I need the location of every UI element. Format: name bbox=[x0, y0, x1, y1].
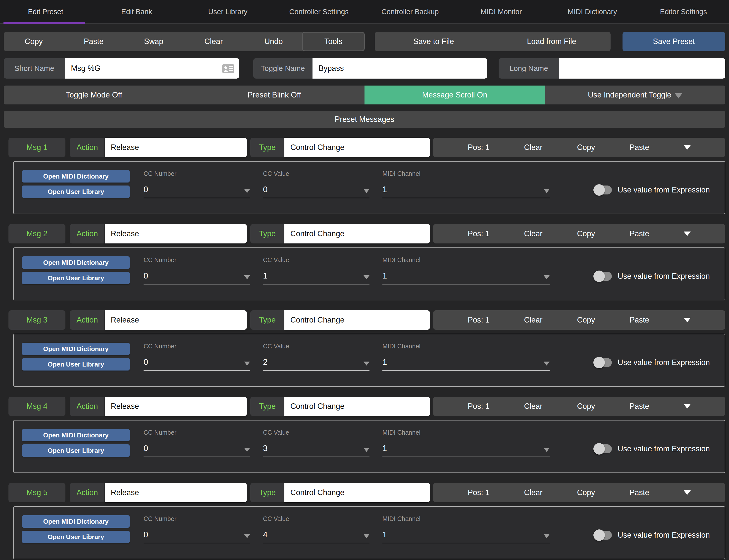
tools-button[interactable]: Tools bbox=[302, 32, 365, 51]
library-buttons-column: Open MIDI Dictionary Open User Library bbox=[22, 429, 130, 472]
message-copy-button[interactable]: Copy bbox=[577, 229, 595, 238]
open-midi-dictionary-button[interactable]: Open MIDI Dictionary bbox=[22, 170, 130, 183]
edit-toolbar-button[interactable]: Paste bbox=[64, 32, 124, 51]
mode-segment-button[interactable]: Toggle Mode Off bbox=[4, 86, 184, 104]
message-paste-button[interactable]: Paste bbox=[630, 402, 649, 411]
open-user-library-button[interactable]: Open User Library bbox=[22, 272, 130, 284]
mode-segment-button[interactable]: Preset Blink Off bbox=[184, 86, 364, 104]
expression-toggle-switch[interactable] bbox=[594, 186, 612, 194]
chevron-down-icon[interactable] bbox=[684, 490, 691, 495]
chevron-down-icon[interactable] bbox=[684, 145, 691, 150]
mode-segment-label: Message Scroll On bbox=[422, 91, 488, 99]
nav-tab[interactable]: Controller Backup bbox=[364, 0, 456, 23]
cc-value-select[interactable]: 2 bbox=[263, 357, 370, 371]
short-name-wrap bbox=[65, 58, 239, 79]
long-name-input[interactable] bbox=[559, 58, 725, 79]
dropdown-caret-icon bbox=[363, 534, 370, 538]
cc-number-select[interactable]: 0 bbox=[143, 271, 250, 284]
message-clear-button[interactable]: Clear bbox=[524, 316, 542, 325]
nav-tab[interactable]: Controller Settings bbox=[273, 0, 364, 23]
cc-number-select[interactable]: 0 bbox=[143, 357, 250, 371]
expression-toggle-switch[interactable] bbox=[594, 358, 612, 367]
open-user-library-button[interactable]: Open User Library bbox=[22, 444, 130, 457]
message-number-button[interactable]: Msg 2 bbox=[8, 224, 65, 243]
cc-value-select[interactable]: 4 bbox=[263, 530, 370, 543]
chevron-down-icon[interactable] bbox=[684, 404, 691, 409]
nav-tab[interactable]: User Library bbox=[182, 0, 273, 23]
action-input[interactable] bbox=[105, 397, 247, 416]
message-number-button[interactable]: Msg 4 bbox=[8, 397, 65, 416]
message-position: Pos: 1 bbox=[468, 488, 490, 497]
open-midi-dictionary-button[interactable]: Open MIDI Dictionary bbox=[22, 343, 130, 355]
chevron-down-icon[interactable] bbox=[684, 318, 691, 322]
message-clear-button[interactable]: Clear bbox=[524, 143, 542, 152]
file-button-group: Save to File Load from File bbox=[375, 32, 611, 51]
message-copy-button[interactable]: Copy bbox=[577, 316, 595, 325]
cc-number-select[interactable]: 0 bbox=[143, 530, 250, 543]
cc-number-select[interactable]: 0 bbox=[143, 444, 250, 457]
file-toolbar-button[interactable]: Save to File bbox=[375, 32, 493, 51]
cc-value-select[interactable]: 0 bbox=[263, 185, 370, 198]
message-copy-button[interactable]: Copy bbox=[577, 488, 595, 497]
nav-tab[interactable]: MIDI Dictionary bbox=[547, 0, 638, 23]
edit-toolbar-button[interactable]: Undo bbox=[243, 32, 303, 51]
midi-channel-select[interactable]: 1 bbox=[383, 271, 550, 284]
type-input[interactable] bbox=[284, 397, 430, 416]
midi-channel-value: 1 bbox=[383, 530, 387, 539]
message-paste-button[interactable]: Paste bbox=[630, 143, 649, 152]
action-input[interactable] bbox=[105, 483, 247, 502]
message-header: Msg 3 Action Type Pos: 1 Clear Copy Past… bbox=[4, 310, 725, 330]
save-preset-button[interactable]: Save Preset bbox=[623, 32, 725, 51]
toggle-name-input[interactable] bbox=[312, 58, 487, 79]
edit-toolbar-button[interactable]: Swap bbox=[124, 32, 184, 51]
edit-toolbar-button[interactable]: Clear bbox=[184, 32, 243, 51]
message-copy-button[interactable]: Copy bbox=[577, 143, 595, 152]
message-number-button[interactable]: Msg 5 bbox=[8, 483, 65, 502]
expression-toggle-group: Use value from Expression bbox=[594, 272, 710, 281]
nav-tab[interactable]: Edit Bank bbox=[91, 0, 182, 23]
midi-channel-select[interactable]: 1 bbox=[383, 357, 550, 371]
short-name-input[interactable] bbox=[65, 58, 239, 79]
type-input[interactable] bbox=[284, 310, 430, 330]
midi-channel-select[interactable]: 1 bbox=[383, 530, 550, 543]
cc-number-select[interactable]: 0 bbox=[143, 185, 250, 198]
message-clear-button[interactable]: Clear bbox=[524, 488, 542, 497]
midi-channel-select[interactable]: 1 bbox=[383, 185, 550, 198]
message-paste-button[interactable]: Paste bbox=[630, 229, 649, 238]
open-user-library-button[interactable]: Open User Library bbox=[22, 186, 130, 198]
message-copy-button[interactable]: Copy bbox=[577, 402, 595, 411]
message-clear-button[interactable]: Clear bbox=[524, 402, 542, 411]
type-input[interactable] bbox=[284, 224, 430, 243]
chevron-down-icon[interactable] bbox=[684, 232, 691, 236]
mode-segment-button[interactable]: Use Independent Toggle bbox=[545, 86, 725, 104]
cc-value-select[interactable]: 1 bbox=[263, 271, 370, 284]
preset-names-row: Short Name Toggle Name Long Name bbox=[4, 58, 725, 79]
edit-toolbar-button[interactable]: Copy bbox=[4, 32, 64, 51]
expression-toggle-switch[interactable] bbox=[594, 272, 612, 281]
type-input[interactable] bbox=[284, 138, 430, 157]
type-input[interactable] bbox=[284, 483, 430, 502]
open-user-library-button[interactable]: Open User Library bbox=[22, 358, 130, 371]
message-number-button[interactable]: Msg 3 bbox=[8, 310, 65, 330]
file-toolbar-button[interactable]: Load from File bbox=[493, 32, 611, 51]
expression-toggle-switch[interactable] bbox=[594, 444, 612, 453]
open-midi-dictionary-button[interactable]: Open MIDI Dictionary bbox=[22, 256, 130, 269]
cc-value-select[interactable]: 3 bbox=[263, 444, 370, 457]
nav-tab[interactable]: MIDI Monitor bbox=[456, 0, 547, 23]
cc-number-value: 0 bbox=[143, 357, 148, 367]
midi-channel-select[interactable]: 1 bbox=[383, 444, 550, 457]
message-paste-button[interactable]: Paste bbox=[630, 488, 649, 497]
nav-tab[interactable]: Edit Preset bbox=[0, 0, 91, 23]
message-clear-button[interactable]: Clear bbox=[524, 229, 542, 238]
open-midi-dictionary-button[interactable]: Open MIDI Dictionary bbox=[22, 515, 130, 528]
message-paste-button[interactable]: Paste bbox=[630, 316, 649, 325]
expression-toggle-switch[interactable] bbox=[594, 531, 612, 540]
open-midi-dictionary-button[interactable]: Open MIDI Dictionary bbox=[22, 429, 130, 441]
action-input[interactable] bbox=[105, 138, 247, 157]
nav-tab[interactable]: Editor Settings bbox=[638, 0, 729, 23]
action-input[interactable] bbox=[105, 310, 247, 330]
message-number-button[interactable]: Msg 1 bbox=[8, 138, 65, 157]
action-input[interactable] bbox=[105, 224, 247, 243]
open-user-library-button[interactable]: Open User Library bbox=[22, 531, 130, 543]
mode-segment-button[interactable]: Message Scroll On bbox=[364, 86, 545, 104]
